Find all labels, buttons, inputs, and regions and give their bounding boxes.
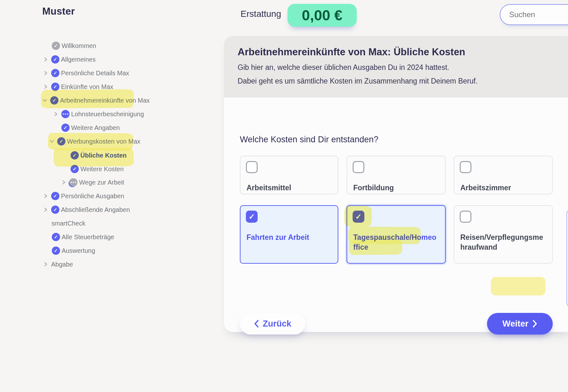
right-edge-panel-sliver: [566, 209, 568, 308]
sidebar-item-smartcheck[interactable]: smartCheck: [51, 219, 85, 228]
chevron-left-icon: [254, 320, 260, 328]
panel-header: Arbeitnehmereinkünfte von Max: Übliche K…: [224, 36, 568, 98]
check-circle-icon: ✓: [71, 165, 79, 173]
chevron-right-icon[interactable]: [43, 84, 48, 89]
card-fahrten-zur-arbeit[interactable]: ✓ Fahrten zur Arbeit: [240, 205, 338, 264]
checkbox-unchecked[interactable]: [460, 161, 471, 173]
sidebar-item-arbeitnehmereinkuenfte[interactable]: ✓ Arbeitnehmereinkünfte von Max: [42, 96, 150, 105]
checkbox-checked[interactable]: ✓: [353, 211, 364, 223]
card-arbeitszimmer[interactable]: Arbeitszimmer: [454, 156, 553, 194]
checkbox-unchecked[interactable]: [460, 211, 471, 223]
check-circle-icon: ✓: [51, 55, 59, 64]
sidebar-item-willkommen[interactable]: ✓ Willkommen: [52, 41, 96, 51]
chevron-down-icon[interactable]: [42, 98, 47, 103]
check-circle-icon: ✓: [52, 247, 60, 255]
sidebar-item-persoenliche-ausgaben[interactable]: ✓ Persönliche Ausgaben: [43, 191, 124, 201]
sidebar-item-weitere-kosten[interactable]: ✓ Weitere Kosten: [71, 164, 124, 174]
question-text: Welche Kosten sind Dir entstanden?: [240, 135, 378, 145]
sidebar-item-abgabe[interactable]: Abgabe: [43, 260, 73, 269]
search-box[interactable]: [500, 4, 568, 25]
sidebar-item-lohnsteuerbescheinigung[interactable]: Lohnsteuerbescheinigung: [53, 109, 144, 119]
refund-label: Erstattung: [219, 9, 281, 19]
content-panel: Arbeitnehmereinkünfte von Max: Übliche K…: [224, 36, 568, 332]
check-circle-icon: ✓: [57, 137, 65, 145]
page-subtitle-line2: Dabei geht es um sämtliche Kosten im Zus…: [238, 77, 478, 85]
in-progress-dots-icon: [69, 178, 78, 186]
chevron-right-icon[interactable]: [43, 71, 48, 76]
next-button[interactable]: Weiter: [487, 313, 553, 335]
check-circle-icon: ✓: [51, 206, 59, 214]
page-subtitle-line1: Gib hier an, welche dieser üblichen Ausg…: [238, 63, 449, 72]
chevron-right-icon[interactable]: [43, 57, 48, 62]
page-title: Arbeitnehmereinkünfte von Max: Übliche K…: [238, 46, 465, 58]
search-input[interactable]: [509, 10, 567, 19]
in-progress-dots-icon: [61, 110, 70, 118]
card-arbeitsmittel[interactable]: Arbeitsmittel: [240, 156, 338, 194]
sidebar-item-alle-steuerbetraege[interactable]: ✓ Alle Steuerbeträge: [52, 232, 114, 242]
check-circle-icon: ✓: [51, 192, 59, 200]
check-circle-icon: ✓: [52, 42, 60, 50]
sidebar-item-werbungskosten[interactable]: ✓ Werbungskosten von Max: [49, 137, 140, 146]
card-reisen-verpflegungsmehraufwand[interactable]: Reisen/Verpflegungsmehraufwand: [454, 205, 553, 264]
chevron-right-icon[interactable]: [43, 193, 48, 199]
check-circle-icon: ✓: [71, 151, 79, 159]
sidebar-item-abschliessende-angaben[interactable]: ✓ Abschließende Angaben: [43, 205, 130, 214]
chevron-right-icon[interactable]: [61, 180, 66, 185]
checkbox-unchecked[interactable]: [353, 161, 364, 173]
check-circle-icon: ✓: [51, 83, 59, 91]
check-circle-icon: ✓: [61, 124, 70, 132]
card-tagespauschale-homeoffice[interactable]: ✓ Tagespauschale/Homeoffice: [347, 205, 446, 264]
sidebar-item-einkuenfte[interactable]: ✓ Einkünfte von Max: [43, 82, 113, 91]
refund-amount-badge: 0,00 €: [287, 4, 357, 27]
checkbox-unchecked[interactable]: [246, 161, 258, 173]
check-circle-icon: ✓: [51, 69, 59, 77]
card-fortbildung[interactable]: Fortbildung: [347, 156, 446, 194]
sidebar-item-auswertung[interactable]: ✓ Auswertung: [52, 246, 95, 255]
chevron-down-icon[interactable]: [49, 139, 54, 144]
sidebar-item-persoenliche-details[interactable]: ✓ Persönliche Details Max: [43, 68, 129, 78]
sidebar-item-allgemeines[interactable]: ✓ Allgemeines: [43, 55, 96, 64]
check-circle-icon: ✓: [50, 96, 58, 105]
chevron-right-icon[interactable]: [43, 207, 48, 212]
chevron-right-icon: [532, 320, 538, 328]
sidebar-item-weitere-angaben[interactable]: ✓ Weitere Angaben: [61, 123, 120, 132]
checkbox-checked[interactable]: ✓: [246, 211, 258, 223]
check-circle-icon: ✓: [52, 233, 60, 241]
sidebar-item-wege-zur-arbeit[interactable]: Wege zur Arbeit: [61, 178, 124, 187]
sidebar-item-uebliche-kosten[interactable]: ✓ Übliche Kosten: [71, 151, 127, 160]
app-logo: Muster: [42, 6, 75, 17]
chevron-right-icon[interactable]: [53, 112, 58, 117]
back-button[interactable]: Zurück: [240, 313, 305, 335]
chevron-right-icon[interactable]: [43, 262, 48, 267]
